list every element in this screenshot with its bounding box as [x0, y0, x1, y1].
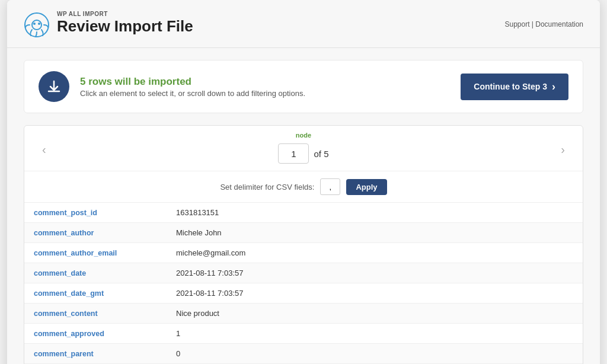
node-label: node — [296, 132, 311, 139]
rows-count-text: 5 rows will be imported — [80, 76, 305, 88]
support-link[interactable]: Support — [504, 20, 529, 28]
table-row: comment_authorMichele John — [24, 223, 583, 243]
import-icon-circle — [39, 71, 69, 102]
delimiter-row: Set delimiter for CSV fields: Apply — [24, 171, 583, 203]
apply-button[interactable]: Apply — [346, 179, 386, 195]
info-banner: 5 rows will be imported Click an element… — [24, 60, 583, 113]
delimiter-input[interactable] — [320, 178, 340, 195]
field-value-cell: 1 — [167, 324, 583, 344]
page-title: Review Import File — [57, 17, 193, 36]
field-value-cell: michele@gmail.com — [167, 243, 583, 263]
logo-icon — [24, 12, 50, 38]
field-name-cell: comment_author — [24, 223, 167, 243]
main-window: WP ALL IMPORT Review Import File Support… — [7, 0, 600, 364]
brand-subtitle: WP ALL IMPORT — [57, 11, 193, 17]
svg-point-1 — [32, 20, 41, 30]
field-value-cell: 0 — [167, 344, 583, 364]
data-table: comment_post_id1631813151comment_authorM… — [24, 203, 583, 364]
banner-description: Click an element to select it, or scroll… — [80, 89, 305, 98]
page-number-input[interactable] — [278, 143, 309, 164]
field-name-cell: comment_content — [24, 304, 167, 324]
pagination-area: node ‹ of 5 › — [24, 126, 583, 171]
field-value-cell: 1631813151 — [167, 203, 583, 223]
chevron-right-icon: › — [552, 81, 555, 93]
delimiter-label: Set delimiter for CSV fields: — [220, 183, 314, 191]
download-icon — [46, 79, 62, 94]
field-name-cell: comment_author_email — [24, 243, 167, 263]
documentation-link[interactable]: Documentation — [535, 20, 583, 28]
continue-button[interactable]: Continue to Step 3 › — [461, 74, 568, 100]
banner-text: 5 rows will be imported Click an element… — [80, 76, 305, 98]
field-name-cell: comment_date — [24, 263, 167, 283]
page-of-label: of 5 — [314, 149, 328, 159]
table-row: comment_approved1 — [24, 324, 583, 344]
field-name-cell: comment_parent — [24, 344, 167, 364]
table-row: comment_parent0 — [24, 344, 583, 364]
field-value-cell: 2021-08-11 7:03:57 — [167, 263, 583, 283]
table-row: comment_date2021-08-11 7:03:57 — [24, 263, 583, 283]
pagination-input-area: of 5 — [278, 143, 328, 164]
field-value-cell: Nice product — [167, 304, 583, 324]
prev-page-button[interactable]: ‹ — [36, 141, 52, 159]
header: WP ALL IMPORT Review Import File Support… — [7, 0, 600, 48]
brand: WP ALL IMPORT Review Import File — [24, 11, 193, 38]
content-area: 5 rows will be imported Click an element… — [7, 48, 600, 364]
table-row: comment_post_id1631813151 — [24, 203, 583, 223]
field-name-cell: comment_approved — [24, 324, 167, 344]
field-name-cell: comment_post_id — [24, 203, 167, 223]
continue-button-label: Continue to Step 3 — [474, 82, 547, 91]
next-page-button[interactable]: › — [555, 141, 571, 159]
table-row: comment_date_gmt2021-08-11 7:03:57 — [24, 283, 583, 304]
field-value-cell: Michele John — [167, 223, 583, 243]
svg-point-3 — [38, 23, 40, 25]
svg-point-2 — [33, 23, 36, 25]
table-row: comment_author_emailmichele@gmail.com — [24, 243, 583, 263]
table-row: comment_contentNice product — [24, 304, 583, 324]
pipe-separator: | — [529, 20, 535, 28]
field-value-cell: 2021-08-11 7:03:57 — [167, 283, 583, 304]
main-card: node ‹ of 5 › Set delimiter for CSV fiel… — [24, 125, 583, 364]
header-links: Support | Documentation — [504, 20, 583, 28]
banner-left: 5 rows will be imported Click an element… — [39, 71, 305, 102]
field-name-cell: comment_date_gmt — [24, 283, 167, 304]
